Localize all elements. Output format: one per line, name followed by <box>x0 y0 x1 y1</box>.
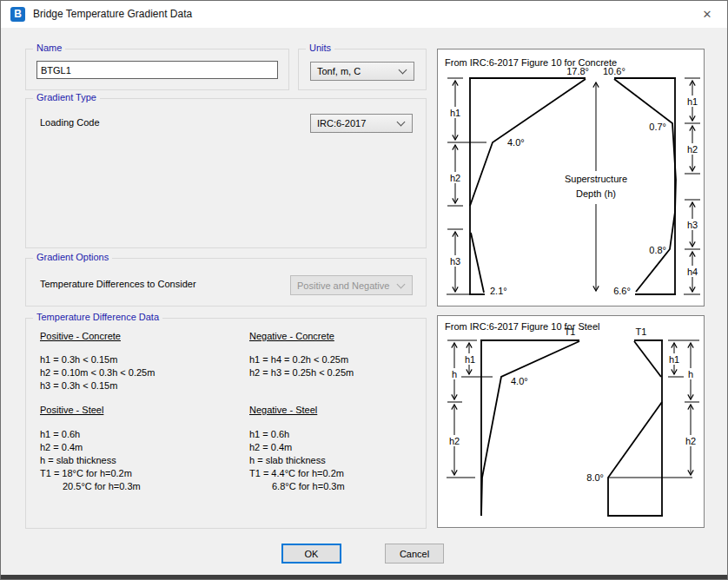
dialog-bridge-temperature-gradient-data: B Bridge Temperature Gradient Data ✕ Nam… <box>0 0 728 580</box>
temp-differences-combo-value: Positive and Negative <box>297 280 389 291</box>
loading-code-combo[interactable]: IRC:6-2017 <box>310 114 413 133</box>
negative-concrete-line: h2 = h3 = 0.25h < 0.25m <box>249 366 423 379</box>
concrete-dim-h1-left: h1 <box>450 108 460 118</box>
negative-steel-line: h = slab thickness <box>249 454 423 467</box>
steel-t1-right: T1 <box>636 326 647 337</box>
positive-steel-line: T1 = 18°C for h=0.2m <box>40 467 247 480</box>
name-input[interactable] <box>36 61 278 79</box>
concrete-diagram-panel: From IRC:6-2017 Figure 10 for Concrete <box>437 49 705 306</box>
positive-concrete-line: h2 = 0.10m < 0.3h < 0.25m <box>40 366 247 379</box>
steel-dim-h2-left: h2 <box>449 436 460 446</box>
units-group-label: Units <box>306 43 334 53</box>
concrete-right-dimensions: h1 h2 h3 h4 <box>685 81 700 292</box>
steel-negative-profile <box>608 340 663 516</box>
temp-differences-label: Temperature Differences to Consider <box>40 279 196 289</box>
gradient-type-group-label: Gradient Type <box>33 92 100 102</box>
steel-dim-h-left: h <box>452 369 457 379</box>
chevron-down-icon <box>397 280 406 288</box>
negative-steel-line: T1 = 4.4°C for h=0.2m <box>249 467 423 480</box>
loading-code-combo-value: IRC:6-2017 <box>317 118 366 129</box>
concrete-dim-h3-right: h3 <box>687 220 698 230</box>
gradient-options-group-label: Gradient Options <box>33 252 112 262</box>
concrete-positive-profile <box>469 78 586 294</box>
title-bar: B Bridge Temperature Gradient Data ✕ <box>1 1 727 28</box>
positive-steel-line: h = slab thickness <box>40 454 247 467</box>
concrete-dim-h2-left: h2 <box>450 173 460 183</box>
temperature-difference-data-group-label: Temperature Difference Data <box>33 312 162 322</box>
steel-gradient-diagram: From IRC:6-2017 Figure 10 for Steel T1 T… <box>438 316 704 527</box>
concrete-gradient-diagram: From IRC:6-2017 Figure 10 for Concrete <box>438 49 704 306</box>
app-icon: B <box>10 7 25 22</box>
steel-temp-low: 8.0° <box>586 472 604 483</box>
negative-steel-line: h1 = 0.6h <box>249 428 423 441</box>
steel-left-dimensions: h1 h h2 <box>447 343 477 475</box>
positive-steel-line: 20.5°C for h=0.3m <box>40 480 247 493</box>
superstructure-depth-label-1: Superstructure <box>565 174 627 184</box>
negative-concrete-heading: Negative - Concrete <box>249 330 423 343</box>
concrete-dim-h4-right: h4 <box>687 267 698 277</box>
units-combo[interactable]: Tonf, m, C <box>310 62 414 81</box>
concrete-dim-h3-left: h3 <box>450 256 460 267</box>
concrete-temp-low-right: 0.8° <box>649 245 666 255</box>
superstructure-depth-label-2: Depth (h) <box>576 188 616 199</box>
name-groupbox: Name <box>25 49 289 90</box>
concrete-temp-top-right: 10.6° <box>603 66 625 76</box>
positive-concrete-line: h3 = 0.3h < 0.15m <box>40 379 247 392</box>
negative-concrete-line: h1 = h4 = 0.2h < 0.25m <box>249 353 423 366</box>
loading-code-label: Loading Code <box>40 117 100 128</box>
concrete-dim-h2-right: h2 <box>687 144 698 155</box>
concrete-left-dimensions: h1 h2 h3 <box>448 81 463 292</box>
close-button[interactable]: ✕ <box>687 1 727 28</box>
steel-temp-mid: 4.0° <box>511 376 528 386</box>
gradient-type-groupbox: Gradient Type Loading Code IRC:6-2017 <box>25 98 427 248</box>
temp-data-right-column: Negative - Concrete h1 = h4 = 0.2h < 0.2… <box>249 330 423 493</box>
negative-steel-line: 6.8°C for h=0.3m <box>249 480 423 493</box>
steel-diagram-title: From IRC:6-2017 Figure 10 for Steel <box>445 321 600 332</box>
ok-button[interactable]: OK <box>281 544 341 564</box>
positive-concrete-heading: Positive - Concrete <box>40 330 247 343</box>
window-title: Bridge Temperature Gradient Data <box>33 1 192 28</box>
concrete-temp-mid-right: 0.7° <box>649 122 666 132</box>
superstructure-depth-arrow: Superstructure Depth (h) <box>565 82 627 291</box>
units-groupbox: Units Tonf, m, C <box>298 49 427 90</box>
concrete-diagram-title: From IRC:6-2017 Figure 10 for Concrete <box>445 57 617 68</box>
concrete-dim-h1-right: h1 <box>687 96 698 107</box>
units-combo-value: Tonf, m, C <box>317 66 361 76</box>
negative-steel-line: h2 = 0.4m <box>249 441 423 454</box>
positive-steel-line: h2 = 0.4m <box>40 441 247 454</box>
chevron-down-icon <box>397 118 406 127</box>
positive-steel-line: h1 = 0.6h <box>40 428 247 441</box>
concrete-negative-profile <box>614 78 676 294</box>
concrete-temp-top-left: 17.8° <box>566 66 589 76</box>
window-bottom-edge <box>1 575 727 579</box>
negative-steel-heading: Negative - Steel <box>249 404 423 417</box>
concrete-temp-mid-left: 4.0° <box>507 137 525 148</box>
steel-positive-profile <box>480 340 579 516</box>
temp-data-left-column: Positive - Concrete h1 = 0.3h < 0.15m h2… <box>40 330 247 493</box>
steel-dim-h2-right: h2 <box>685 436 696 446</box>
gradient-options-groupbox: Gradient Options Temperature Differences… <box>25 258 427 306</box>
positive-concrete-line: h1 = 0.3h < 0.15m <box>40 353 247 366</box>
steel-dim-h1-right: h1 <box>669 354 679 365</box>
cancel-button[interactable]: Cancel <box>385 544 444 564</box>
steel-diagram-panel: From IRC:6-2017 Figure 10 for Steel T1 T… <box>437 315 705 528</box>
positive-steel-heading: Positive - Steel <box>40 404 247 417</box>
temp-differences-combo[interactable]: Positive and Negative <box>290 275 413 295</box>
temperature-difference-data-groupbox: Temperature Difference Data Positive - C… <box>25 318 427 529</box>
chevron-down-icon <box>399 66 407 75</box>
steel-t1-left: T1 <box>565 326 576 337</box>
steel-dim-h-right: h <box>688 369 693 379</box>
name-group-label: Name <box>33 43 65 53</box>
concrete-temp-bottom-left: 2.1° <box>490 286 507 296</box>
steel-dim-h1-left: h1 <box>465 354 475 365</box>
steel-right-dimensions: h1 h h2 <box>667 343 698 475</box>
concrete-temp-bottom-right: 6.6° <box>613 286 631 296</box>
